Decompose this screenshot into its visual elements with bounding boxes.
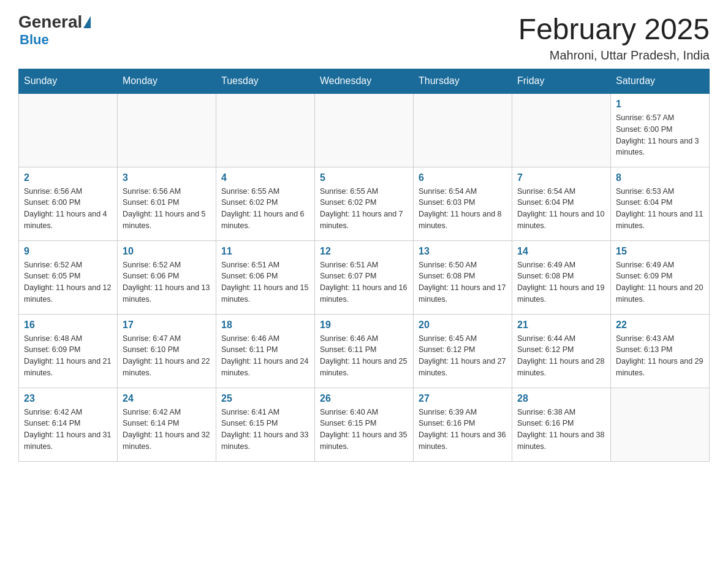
calendar-cell: 25Sunrise: 6:41 AM Sunset: 6:15 PM Dayli… [216,388,315,461]
day-info: Sunrise: 6:41 AM Sunset: 6:15 PM Dayligh… [221,407,309,453]
calendar-cell: 28Sunrise: 6:38 AM Sunset: 6:16 PM Dayli… [512,388,611,461]
calendar-cell: 23Sunrise: 6:42 AM Sunset: 6:14 PM Dayli… [19,388,118,461]
calendar-cell: 3Sunrise: 6:56 AM Sunset: 6:01 PM Daylig… [118,167,216,240]
calendar-cell: 5Sunrise: 6:55 AM Sunset: 6:02 PM Daylig… [315,167,414,240]
calendar-week-row: 23Sunrise: 6:42 AM Sunset: 6:14 PM Dayli… [19,388,710,461]
day-number: 8 [616,172,704,183]
calendar-week-row: 16Sunrise: 6:48 AM Sunset: 6:09 PM Dayli… [19,314,710,388]
day-number: 3 [123,172,211,183]
day-number: 7 [517,172,605,183]
calendar-header-sunday: Sunday [19,69,118,94]
calendar-cell [19,93,118,167]
calendar-cell [611,388,710,461]
day-info: Sunrise: 6:49 AM Sunset: 6:09 PM Dayligh… [616,259,704,305]
calendar-week-row: 9Sunrise: 6:52 AM Sunset: 6:05 PM Daylig… [19,240,710,314]
day-number: 9 [24,246,112,257]
logo-triangle-icon [83,16,91,28]
day-info: Sunrise: 6:52 AM Sunset: 6:06 PM Dayligh… [123,259,211,305]
day-info: Sunrise: 6:47 AM Sunset: 6:10 PM Dayligh… [123,333,211,379]
logo: General Blue [18,12,92,48]
day-number: 25 [221,393,309,404]
calendar-cell: 6Sunrise: 6:54 AM Sunset: 6:03 PM Daylig… [414,167,512,240]
day-number: 13 [419,246,507,257]
calendar-cell: 19Sunrise: 6:46 AM Sunset: 6:11 PM Dayli… [315,314,414,388]
day-info: Sunrise: 6:57 AM Sunset: 6:00 PM Dayligh… [616,112,704,158]
day-number: 28 [517,393,605,404]
calendar-cell: 13Sunrise: 6:50 AM Sunset: 6:08 PM Dayli… [414,240,512,314]
logo-general-text: General [18,12,82,32]
calendar-cell: 15Sunrise: 6:49 AM Sunset: 6:09 PM Dayli… [611,240,710,314]
day-info: Sunrise: 6:56 AM Sunset: 6:01 PM Dayligh… [123,186,211,232]
day-info: Sunrise: 6:49 AM Sunset: 6:08 PM Dayligh… [517,259,605,305]
day-info: Sunrise: 6:42 AM Sunset: 6:14 PM Dayligh… [24,407,112,453]
day-number: 12 [320,246,408,257]
day-number: 17 [123,320,211,331]
title-block: February 2025 Mahroni, Uttar Pradesh, In… [518,12,710,63]
day-number: 15 [616,246,704,257]
calendar-cell: 24Sunrise: 6:42 AM Sunset: 6:14 PM Dayli… [118,388,216,461]
day-number: 2 [24,172,112,183]
calendar-cell [315,93,414,167]
day-number: 10 [123,246,211,257]
calendar-header-thursday: Thursday [414,69,512,94]
day-number: 18 [221,320,309,331]
calendar-cell: 26Sunrise: 6:40 AM Sunset: 6:15 PM Dayli… [315,388,414,461]
day-number: 19 [320,320,408,331]
calendar-cell: 11Sunrise: 6:51 AM Sunset: 6:06 PM Dayli… [216,240,315,314]
calendar-table: SundayMondayTuesdayWednesdayThursdayFrid… [18,69,710,462]
day-info: Sunrise: 6:48 AM Sunset: 6:09 PM Dayligh… [24,333,112,379]
calendar-cell: 20Sunrise: 6:45 AM Sunset: 6:12 PM Dayli… [414,314,512,388]
calendar-cell: 27Sunrise: 6:39 AM Sunset: 6:16 PM Dayli… [414,388,512,461]
calendar-week-row: 2Sunrise: 6:56 AM Sunset: 6:00 PM Daylig… [19,167,710,240]
day-info: Sunrise: 6:51 AM Sunset: 6:07 PM Dayligh… [320,259,408,305]
day-number: 14 [517,246,605,257]
day-info: Sunrise: 6:38 AM Sunset: 6:16 PM Dayligh… [517,407,605,453]
calendar-cell [118,93,216,167]
logo-blue-text: Blue [20,32,49,48]
day-info: Sunrise: 6:54 AM Sunset: 6:04 PM Dayligh… [517,186,605,232]
day-number: 1 [616,99,704,110]
calendar-header-monday: Monday [118,69,216,94]
location-title: Mahroni, Uttar Pradesh, India [518,48,710,63]
calendar-header-saturday: Saturday [611,69,710,94]
day-number: 23 [24,393,112,404]
day-info: Sunrise: 6:52 AM Sunset: 6:05 PM Dayligh… [24,259,112,305]
day-info: Sunrise: 6:46 AM Sunset: 6:11 PM Dayligh… [221,333,309,379]
calendar-cell: 1Sunrise: 6:57 AM Sunset: 6:00 PM Daylig… [611,93,710,167]
calendar-cell: 18Sunrise: 6:46 AM Sunset: 6:11 PM Dayli… [216,314,315,388]
calendar-cell: 2Sunrise: 6:56 AM Sunset: 6:00 PM Daylig… [19,167,118,240]
day-info: Sunrise: 6:53 AM Sunset: 6:04 PM Dayligh… [616,186,704,232]
calendar-header-friday: Friday [512,69,611,94]
day-info: Sunrise: 6:42 AM Sunset: 6:14 PM Dayligh… [123,407,211,453]
day-number: 11 [221,246,309,257]
day-info: Sunrise: 6:39 AM Sunset: 6:16 PM Dayligh… [419,407,507,453]
day-number: 16 [24,320,112,331]
day-number: 21 [517,320,605,331]
day-number: 20 [419,320,507,331]
day-info: Sunrise: 6:55 AM Sunset: 6:02 PM Dayligh… [320,186,408,232]
calendar-header-tuesday: Tuesday [216,69,315,94]
day-number: 4 [221,172,309,183]
calendar-week-row: 1Sunrise: 6:57 AM Sunset: 6:00 PM Daylig… [19,93,710,167]
day-number: 26 [320,393,408,404]
day-info: Sunrise: 6:46 AM Sunset: 6:11 PM Dayligh… [320,333,408,379]
calendar-cell: 21Sunrise: 6:44 AM Sunset: 6:12 PM Dayli… [512,314,611,388]
day-info: Sunrise: 6:55 AM Sunset: 6:02 PM Dayligh… [221,186,309,232]
calendar-cell: 14Sunrise: 6:49 AM Sunset: 6:08 PM Dayli… [512,240,611,314]
calendar-cell: 10Sunrise: 6:52 AM Sunset: 6:06 PM Dayli… [118,240,216,314]
page-header: General Blue February 2025 Mahroni, Utta… [18,12,710,63]
day-number: 5 [320,172,408,183]
calendar-cell: 4Sunrise: 6:55 AM Sunset: 6:02 PM Daylig… [216,167,315,240]
calendar-cell: 9Sunrise: 6:52 AM Sunset: 6:05 PM Daylig… [19,240,118,314]
day-info: Sunrise: 6:43 AM Sunset: 6:13 PM Dayligh… [616,333,704,379]
calendar-header-row: SundayMondayTuesdayWednesdayThursdayFrid… [19,69,710,94]
calendar-header-wednesday: Wednesday [315,69,414,94]
calendar-cell: 12Sunrise: 6:51 AM Sunset: 6:07 PM Dayli… [315,240,414,314]
day-number: 22 [616,320,704,331]
calendar-cell: 7Sunrise: 6:54 AM Sunset: 6:04 PM Daylig… [512,167,611,240]
day-info: Sunrise: 6:56 AM Sunset: 6:00 PM Dayligh… [24,186,112,232]
day-info: Sunrise: 6:51 AM Sunset: 6:06 PM Dayligh… [221,259,309,305]
calendar-cell: 8Sunrise: 6:53 AM Sunset: 6:04 PM Daylig… [611,167,710,240]
day-info: Sunrise: 6:50 AM Sunset: 6:08 PM Dayligh… [419,259,507,305]
day-number: 24 [123,393,211,404]
